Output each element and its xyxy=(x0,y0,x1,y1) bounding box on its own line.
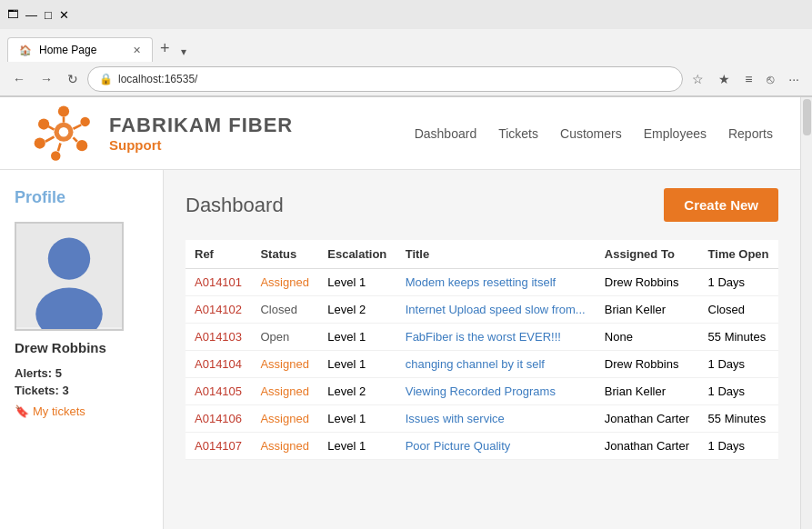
cell-ref[interactable]: A014102 xyxy=(185,296,251,324)
ref-link[interactable]: A014101 xyxy=(195,275,242,289)
share-button[interactable]: ⎋ xyxy=(761,68,779,90)
maximize-btn[interactable]: □ xyxy=(45,8,52,22)
ref-link[interactable]: A014106 xyxy=(195,412,242,425)
browser-action-buttons: ☆ ★ ≡ ⎋ ··· xyxy=(687,68,805,90)
tab-close-btn[interactable]: ✕ xyxy=(133,45,141,56)
avatar xyxy=(16,222,122,329)
cell-title[interactable]: FabFiber is the worst EVER!!! xyxy=(396,324,596,351)
cell-assigned-to: None xyxy=(596,324,699,351)
cell-ref[interactable]: A014105 xyxy=(185,378,251,405)
cell-assigned-to: Drew Robbins xyxy=(596,351,699,378)
cell-status: Open xyxy=(251,324,318,351)
cell-escalation: Level 2 xyxy=(318,378,396,405)
cell-title[interactable]: Internet Upload speed slow from... xyxy=(396,296,596,324)
col-time-open: Time Open xyxy=(699,240,778,269)
svg-point-1 xyxy=(59,127,69,137)
svg-point-10 xyxy=(76,140,87,151)
ref-link[interactable]: A014103 xyxy=(195,330,242,344)
cell-title[interactable]: changing channel by it self xyxy=(396,351,596,378)
svg-line-11 xyxy=(74,137,77,141)
cell-status: Assigned xyxy=(251,269,318,296)
title-link[interactable]: Poor Picture Quality xyxy=(406,439,511,453)
address-bar[interactable]: 🔒 localhost:16535/ xyxy=(87,66,683,92)
site-header: FABRIKAM FIBER Support Dashboard Tickets… xyxy=(0,97,800,170)
nav-dashboard[interactable]: Dashboard xyxy=(415,126,477,141)
new-tab-button[interactable]: + xyxy=(153,35,177,62)
svg-point-15 xyxy=(48,237,90,279)
create-new-button[interactable]: Create New xyxy=(664,188,778,222)
title-link[interactable]: Modem keeps resetting itself xyxy=(406,275,556,289)
cell-status: Assigned xyxy=(251,433,318,460)
cell-ref[interactable]: A014101 xyxy=(185,269,251,296)
nav-employees[interactable]: Employees xyxy=(644,126,707,141)
title-link[interactable]: Viewing Recorded Programs xyxy=(406,384,556,398)
tickets-row: Tickets: 3 xyxy=(15,384,148,397)
cell-time-open: 1 Days xyxy=(699,433,778,460)
svg-line-13 xyxy=(74,125,82,128)
cell-title[interactable]: Issues with service xyxy=(396,405,596,433)
cell-ref[interactable]: A014104 xyxy=(185,351,251,378)
cell-title[interactable]: Viewing Recorded Programs xyxy=(396,378,596,405)
nav-customers[interactable]: Customers xyxy=(560,126,622,141)
cell-title[interactable]: Modem keeps resetting itself xyxy=(396,269,596,296)
refresh-button[interactable]: ↻ xyxy=(62,68,84,90)
cell-ref[interactable]: A014103 xyxy=(185,324,251,351)
bookmarks-button[interactable]: ☆ xyxy=(687,68,709,90)
logo-svg xyxy=(27,102,100,165)
close-btn[interactable]: ✕ xyxy=(59,8,69,22)
more-button[interactable]: ··· xyxy=(783,68,805,90)
cell-status: Assigned xyxy=(251,351,318,378)
cell-status: Assigned xyxy=(251,378,318,405)
ref-link[interactable]: A014104 xyxy=(195,357,242,371)
scrollbar[interactable] xyxy=(800,97,812,529)
scrollbar-thumb[interactable] xyxy=(803,99,811,135)
col-escalation: Escalation xyxy=(318,240,396,269)
title-link[interactable]: Internet Upload speed slow from... xyxy=(406,303,586,316)
page-content: FABRIKAM FIBER Support Dashboard Tickets… xyxy=(0,97,800,529)
ref-link[interactable]: A014105 xyxy=(195,384,242,398)
logo-area: FABRIKAM FIBER Support xyxy=(27,102,293,165)
brand-name: FABRIKAM FIBER xyxy=(109,114,293,137)
alerts-count: 5 xyxy=(55,366,62,380)
title-link[interactable]: Issues with service xyxy=(406,412,505,425)
cell-title[interactable]: Poor Picture Quality xyxy=(396,433,596,460)
ref-link[interactable]: A014107 xyxy=(195,439,242,453)
cell-time-open: 55 Minutes xyxy=(699,324,778,351)
table-row: A014107 Assigned Level 1 Poor Picture Qu… xyxy=(185,433,778,460)
cell-escalation: Level 1 xyxy=(318,324,396,351)
table-row: A014106 Assigned Level 1 Issues with ser… xyxy=(185,405,778,433)
tab-chevron[interactable]: ▾ xyxy=(177,42,190,62)
active-browser-tab[interactable]: 🏠 Home Page ✕ xyxy=(7,37,153,62)
cell-time-open: 1 Days xyxy=(699,269,778,296)
table-body: A014101 Assigned Level 1 Modem keeps res… xyxy=(185,269,778,460)
hub-button[interactable]: ≡ xyxy=(739,68,757,90)
cell-time-open: 1 Days xyxy=(699,378,778,405)
title-link[interactable]: FabFiber is the worst EVER!!! xyxy=(406,330,561,344)
user-name: Drew Robbins xyxy=(15,340,148,355)
title-link[interactable]: changing channel by it self xyxy=(406,357,545,371)
my-tickets-link[interactable]: 🔖 My tickets xyxy=(15,404,148,418)
table-header: Ref Status Escalation Title Assigned To … xyxy=(185,240,778,269)
svg-line-5 xyxy=(48,126,54,130)
cell-escalation: Level 1 xyxy=(318,405,396,433)
forward-button[interactable]: → xyxy=(35,68,58,90)
nav-tickets[interactable]: Tickets xyxy=(498,126,538,141)
cell-status: Closed xyxy=(251,296,318,324)
minimize-btn[interactable]: — xyxy=(25,8,37,22)
cell-ref[interactable]: A014107 xyxy=(185,433,251,460)
col-title: Title xyxy=(396,240,596,269)
sidebar: Profile Drew Robbins Alerts: 5 Tick xyxy=(0,170,164,529)
cell-ref[interactable]: A014106 xyxy=(185,405,251,433)
back-button[interactable]: ← xyxy=(7,68,31,90)
cell-escalation: Level 1 xyxy=(318,351,396,378)
ref-link[interactable]: A014102 xyxy=(195,303,242,316)
lock-icon: 🔒 xyxy=(99,73,113,85)
cell-assigned-to: Drew Robbins xyxy=(596,269,699,296)
cell-time-open: 1 Days xyxy=(699,351,778,378)
table-row: A014102 Closed Level 2 Internet Upload s… xyxy=(185,296,778,324)
table-header-row: Ref Status Escalation Title Assigned To … xyxy=(185,240,778,269)
alerts-row: Alerts: 5 xyxy=(15,366,148,380)
my-tickets-text: My tickets xyxy=(33,404,85,418)
favorites-button[interactable]: ★ xyxy=(713,68,736,90)
nav-reports[interactable]: Reports xyxy=(728,126,773,141)
